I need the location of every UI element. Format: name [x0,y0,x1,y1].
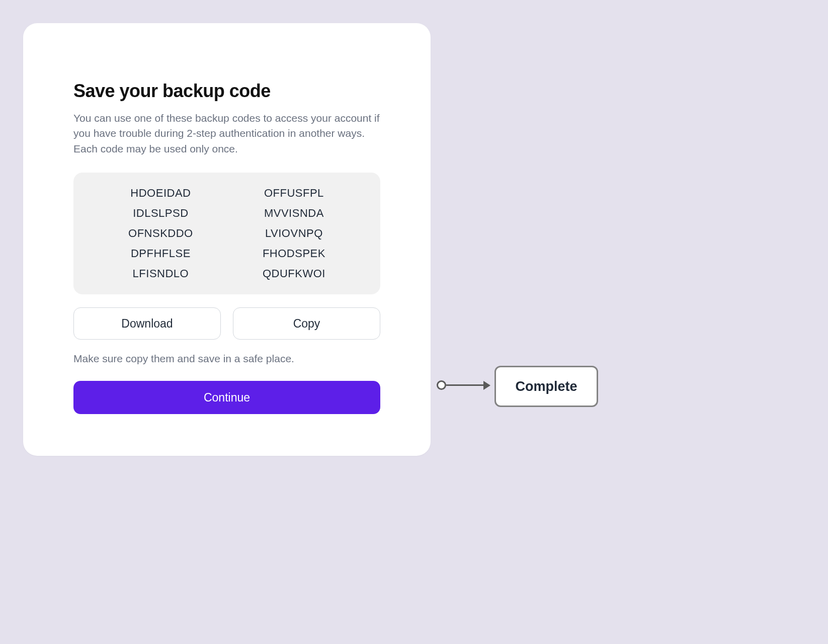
backup-code: QDUFKWOI [263,267,325,280]
backup-code: DPFHFLSE [131,247,191,260]
backup-code: LFISNDLO [133,267,189,280]
backup-code: MVVISNDA [264,207,324,220]
backup-code: IDLSLPSD [133,207,188,220]
hint-text: Make sure copy them and save in a safe p… [73,353,380,365]
page-description: You can use one of these backup codes to… [73,111,380,156]
continue-button[interactable]: Continue [73,381,380,414]
backup-code-card: Save your backup code You can use one of… [23,23,431,456]
backup-code: LVIOVNPQ [265,227,323,240]
copy-button[interactable]: Copy [233,307,380,340]
flow-connector [437,380,490,390]
download-button[interactable]: Download [73,307,221,340]
flow-origin-dot-icon [437,380,446,390]
backup-codes-container: HDOEIDAD IDLSLPSD OFNSKDDO DPFHFLSE LFIS… [73,173,380,294]
codes-column-right: OFFUSFPL MVVISNDA LVIOVNPQ FHODSPEK QDUF… [263,187,325,280]
backup-code: FHODSPEK [263,247,325,260]
codes-column-left: HDOEIDAD IDLSLPSD OFNSKDDO DPFHFLSE LFIS… [128,187,193,280]
backup-code: OFFUSFPL [264,187,324,200]
backup-code: HDOEIDAD [130,187,191,200]
backup-code: OFNSKDDO [128,227,193,240]
complete-state-node: Complete [494,366,598,407]
page-title: Save your backup code [73,80,380,102]
action-button-row: Download Copy [73,307,380,340]
flow-line-icon [446,384,483,386]
arrow-right-icon [483,381,490,390]
